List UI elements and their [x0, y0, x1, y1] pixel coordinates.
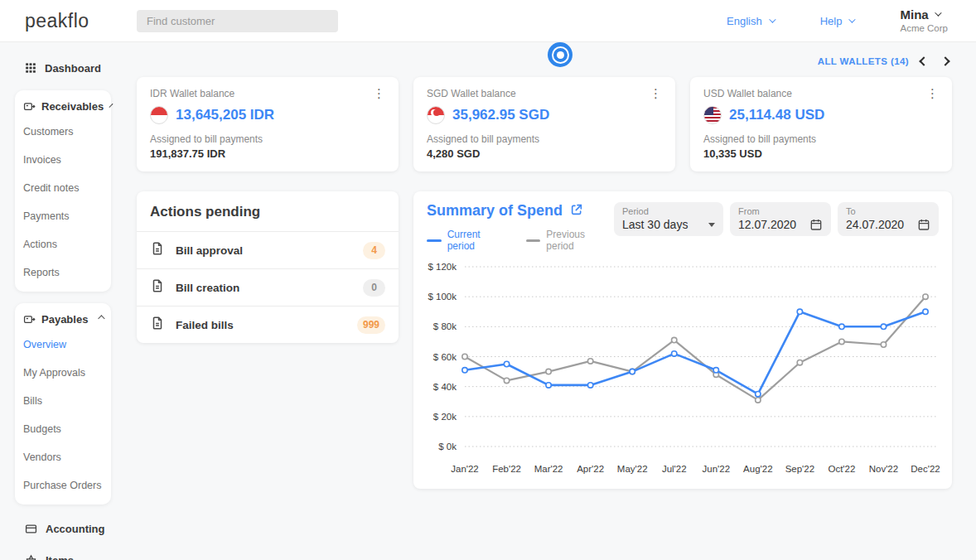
- receivables-label: Receivables: [41, 100, 104, 113]
- actions-pending-card: Actions pending Bill approval 4: [137, 191, 399, 343]
- sidebar-item-overview[interactable]: Overview: [23, 331, 111, 359]
- calendar-icon: [809, 218, 823, 231]
- chevron-down-icon: [769, 16, 775, 22]
- svg-text:$ 40k: $ 40k: [433, 382, 457, 392]
- wallet-balance: 13,645,205 IDR: [176, 107, 274, 123]
- assigned-label: Assigned to bill payments: [150, 133, 385, 145]
- legend-current-period[interactable]: Current period: [427, 229, 510, 252]
- user-menu[interactable]: Mina Acme Corp: [900, 7, 948, 34]
- click-indicator: [548, 42, 573, 67]
- assigned-value: 10,335 USD: [703, 147, 939, 160]
- usa-flag-icon: [703, 106, 722, 124]
- search-input[interactable]: [137, 10, 338, 32]
- singapore-flag-icon: [427, 106, 445, 124]
- wallet-balance: 25,114.48 USD: [729, 107, 824, 123]
- sidebar-item-my-approvals[interactable]: My Approvals: [23, 359, 111, 387]
- spend-line-chart: $ 0k$ 20k$ 40k$ 60k$ 80k$ 100k$ 120kJan'…: [427, 260, 939, 477]
- sidebar-item-vendors[interactable]: Vendors: [23, 443, 111, 471]
- wallet-title: USD Wallet balance: [703, 88, 939, 99]
- all-wallets-link[interactable]: ALL WALLETS (14): [818, 56, 909, 66]
- sidebar-item-actions[interactable]: Actions: [23, 230, 111, 258]
- sidebar-item-payables[interactable]: Payables: [23, 313, 111, 326]
- legend-dash-icon: [427, 239, 442, 242]
- bill-creation-row[interactable]: Bill creation 0: [137, 268, 399, 306]
- chevron-left-icon[interactable]: [919, 56, 928, 65]
- bill-approval-row[interactable]: Bill approval 4: [137, 232, 399, 268]
- chevron-up-icon[interactable]: [98, 315, 104, 321]
- svg-text:Sep'22: Sep'22: [785, 464, 814, 474]
- main-content: ALL WALLETS (14) ⋮ IDR Wallet balance 13…: [128, 42, 976, 560]
- assigned-value: 191,837.75 IDR: [150, 147, 385, 160]
- period-label: Period: [622, 206, 715, 216]
- sidebar: Dashboard Receivables Customers Invoices…: [0, 42, 128, 560]
- external-link-icon: [570, 203, 583, 220]
- help-label: Help: [820, 15, 843, 27]
- count-badge: 0: [363, 279, 385, 297]
- assigned-value: 4,280 SGD: [427, 147, 662, 160]
- actions-pending-title: Actions pending: [137, 191, 399, 232]
- legend-previous-period[interactable]: Previous period: [526, 229, 614, 252]
- sidebar-item-reports[interactable]: Reports: [23, 258, 111, 287]
- items-label: Items: [46, 554, 74, 560]
- count-badge: 999: [357, 316, 385, 334]
- credit-card-icon: [25, 523, 37, 535]
- sidebar-dashboard-label: Dashboard: [45, 62, 101, 75]
- period-value: Last 30 days: [622, 218, 688, 231]
- payables-group: Payables Overview My Approvals Bills Bud…: [15, 303, 111, 504]
- kebab-menu-icon[interactable]: ⋮: [923, 85, 942, 101]
- sidebar-item-payments[interactable]: Payments: [23, 202, 111, 230]
- sidebar-item-dashboard[interactable]: Dashboard: [0, 57, 128, 79]
- wallet-balance: 35,962.95 SGD: [452, 107, 549, 123]
- receivables-group: Receivables Customers Invoices Credit no…: [15, 90, 111, 292]
- accounting-label: Accounting: [46, 523, 105, 535]
- idr-wallet-card: ⋮ IDR Wallet balance 13,645,205 IDR Assi…: [137, 77, 399, 171]
- sidebar-item-purchase-orders[interactable]: Purchase Orders: [23, 471, 111, 500]
- sidebar-item-accounting[interactable]: Accounting: [0, 518, 128, 539]
- kebab-menu-icon[interactable]: ⋮: [646, 85, 665, 101]
- to-date-picker[interactable]: To 24.07.2020: [838, 202, 939, 236]
- to-value: 24.07.2020: [846, 218, 904, 231]
- document-icon: [150, 241, 165, 259]
- sidebar-item-budgets[interactable]: Budgets: [23, 415, 111, 443]
- sidebar-item-customers[interactable]: Customers: [23, 118, 111, 146]
- sidebar-item-invoices[interactable]: Invoices: [23, 146, 111, 174]
- payables-items: Overview My Approvals Bills Budgets Vend…: [23, 331, 111, 500]
- svg-text:Dec'22: Dec'22: [911, 464, 940, 474]
- svg-text:$ 0k: $ 0k: [438, 442, 457, 451]
- language-menu[interactable]: English: [727, 15, 774, 27]
- wallet-title: IDR Wallet balance: [150, 88, 385, 99]
- svg-text:$ 100k: $ 100k: [428, 292, 457, 302]
- legend-dash-icon: [526, 239, 541, 242]
- user-name: Mina: [900, 7, 928, 22]
- from-date-picker[interactable]: From 12.07.2020: [730, 202, 831, 236]
- svg-text:$ 80k: $ 80k: [433, 321, 457, 331]
- peakflo-logo: peakflo: [0, 10, 137, 32]
- from-value: 12.07.2020: [738, 218, 796, 231]
- receivables-icon: [23, 100, 36, 113]
- chevron-right-icon[interactable]: [940, 56, 949, 65]
- topbar-right: English Help Mina Acme Corp: [727, 7, 976, 34]
- basket-icon: [25, 554, 37, 560]
- sidebar-item-bills[interactable]: Bills: [23, 387, 111, 415]
- kebab-menu-icon[interactable]: ⋮: [370, 85, 389, 101]
- count-badge: 4: [363, 242, 385, 259]
- to-label: To: [846, 206, 930, 216]
- company-name: Acme Corp: [900, 23, 948, 34]
- failed-bills-row[interactable]: Failed bills 999: [137, 306, 399, 343]
- summary-of-spend-card: Summary of Spend Current: [413, 191, 952, 489]
- svg-text:$ 20k: $ 20k: [433, 412, 457, 422]
- summary-of-spend-link[interactable]: Summary of Spend: [427, 202, 614, 220]
- chevron-up-icon[interactable]: [109, 104, 114, 108]
- sidebar-item-credit-notes[interactable]: Credit notes: [23, 174, 111, 202]
- help-menu[interactable]: Help: [820, 15, 854, 27]
- indonesia-flag-icon: [150, 106, 168, 124]
- svg-text:Jan'22: Jan'22: [451, 464, 479, 474]
- period-select[interactable]: Period Last 30 days: [614, 202, 723, 236]
- sidebar-item-receivables[interactable]: Receivables: [23, 100, 111, 113]
- svg-text:Aug'22: Aug'22: [743, 464, 772, 474]
- sidebar-item-items[interactable]: Items: [0, 549, 128, 560]
- chart-title: Summary of Spend: [427, 202, 563, 220]
- svg-text:Jul'22: Jul'22: [662, 464, 687, 474]
- from-label: From: [738, 206, 823, 216]
- document-icon: [150, 278, 165, 297]
